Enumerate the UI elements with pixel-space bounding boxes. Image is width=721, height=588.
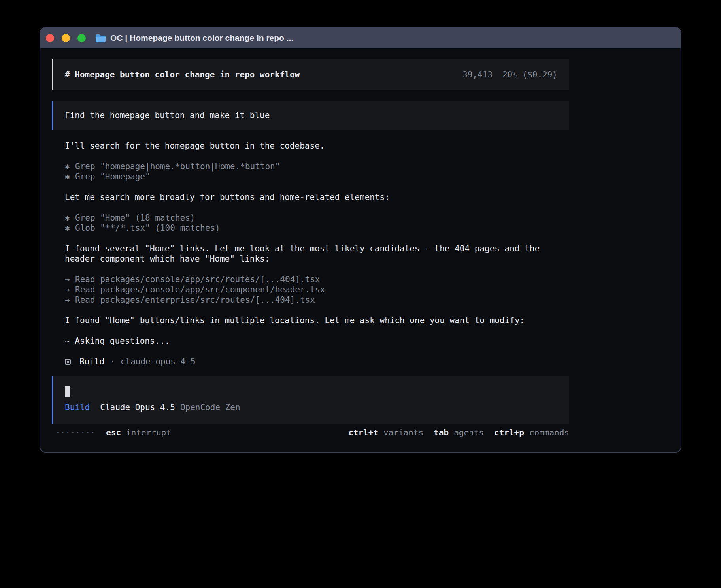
asterisk-icon: ✱: [65, 213, 75, 223]
spinner-dots: ········: [55, 428, 95, 438]
hint-key: ctrl+p: [494, 428, 524, 437]
user-message-text: Find the homepage button and make it blu…: [65, 111, 270, 120]
terminal-window: OC | Homepage button color change in rep…: [40, 27, 681, 453]
keyboard-hints: ctrl+tvariants tabagents ctrl+pcommands: [348, 428, 569, 438]
asterisk-icon: ✱: [65, 223, 75, 233]
hint-variants: ctrl+tvariants: [348, 428, 423, 438]
traffic-lights: [46, 34, 86, 42]
minimize-button[interactable]: [62, 34, 70, 42]
window-title: OC | Homepage button color change in rep…: [110, 33, 293, 43]
agent-status-row: Build · claude-opus-4-5: [65, 356, 569, 367]
prompt-input[interactable]: Build Claude Opus 4.5 OpenCode Zen: [52, 376, 569, 424]
provider-label: OpenCode Zen: [180, 402, 240, 413]
hint-label: agents: [454, 428, 484, 437]
tool-call-line: ✱Grep "Homepage": [65, 172, 569, 182]
session-title: # Homepage button color change in repo w…: [65, 70, 300, 79]
agent-model: claude-opus-4-5: [121, 356, 196, 367]
arrow-right-icon: →: [65, 274, 75, 285]
hint-key: ctrl+t: [348, 428, 378, 437]
agent-separator: ·: [110, 356, 115, 367]
input-footer: Build Claude Opus 4.5 OpenCode Zen: [65, 402, 557, 413]
assistant-text: I found several "Home" links. Let me loo…: [65, 243, 569, 264]
tool-call-text: Grep "Home" (18 matches): [75, 213, 195, 222]
read-file-text: Read packages/console/app/src/routes/[..…: [75, 275, 320, 284]
model-label: Claude Opus 4.5: [100, 402, 175, 413]
close-button[interactable]: [46, 34, 54, 42]
read-file-line: →Read packages/console/app/src/component…: [65, 285, 569, 295]
agent-icon: [65, 359, 71, 365]
interrupt-label: interrupt: [126, 428, 171, 437]
folder-icon: [95, 34, 106, 42]
working-status: ~ Asking questions...: [65, 336, 569, 346]
tool-call-text: Grep "Homepage": [75, 172, 150, 181]
esc-key: esc: [106, 428, 121, 437]
titlebar: OC | Homepage button color change in rep…: [40, 28, 681, 48]
arrow-right-icon: →: [65, 285, 75, 295]
assistant-text: I'll search for the homepage button in t…: [65, 141, 569, 151]
read-file-line: →Read packages/enterprise/src/routes/[..…: [65, 295, 569, 305]
assistant-text: I found "Home" buttons/links in multiple…: [65, 315, 569, 326]
asterisk-icon: ✱: [65, 161, 75, 172]
asterisk-icon: ✱: [65, 172, 75, 182]
session-stats: 39,413 20% ($0.29): [462, 70, 557, 79]
read-file-text: Read packages/enterprise/src/routes/[...…: [75, 295, 315, 305]
interrupt-hint: escinterrupt: [106, 428, 171, 438]
agent-name: Build: [79, 356, 104, 367]
hint-agents: tabagents: [434, 428, 484, 438]
zoom-button[interactable]: [77, 34, 86, 42]
user-message: Find the homepage button and make it blu…: [52, 101, 569, 130]
tool-call-text: Glob "**/*.tsx" (100 matches): [75, 223, 220, 233]
context-usage: 20% ($0.29): [502, 70, 557, 79]
hint-label: variants: [383, 428, 423, 437]
tool-call-text: Grep "homepage|home.*button|Home.*button…: [75, 162, 280, 171]
tool-call-line: ✱Grep "homepage|home.*button|Home.*butto…: [65, 161, 569, 172]
arrow-right-icon: →: [65, 295, 75, 305]
terminal-content: # Homepage button color change in repo w…: [40, 48, 681, 438]
hint-label: commands: [529, 428, 569, 437]
session-header: # Homepage button color change in repo w…: [52, 59, 569, 90]
read-file-text: Read packages/console/app/src/component/…: [75, 285, 325, 294]
token-count: 39,413: [462, 70, 493, 79]
status-bar: ········ escinterrupt ctrl+tvariants tab…: [52, 428, 569, 438]
assistant-text: Let me search more broadly for buttons a…: [65, 192, 569, 202]
tool-call-line: ✱Glob "**/*.tsx" (100 matches): [65, 223, 569, 233]
mode-label: Build: [65, 402, 90, 413]
transcript: I'll search for the homepage button in t…: [52, 141, 569, 367]
hint-commands: ctrl+pcommands: [494, 428, 569, 438]
hint-key: tab: [434, 428, 449, 437]
read-file-line: →Read packages/console/app/src/routes/[.…: [65, 274, 569, 285]
tool-call-line: ✱Grep "Home" (18 matches): [65, 213, 569, 223]
input-cursor: [65, 386, 70, 397]
